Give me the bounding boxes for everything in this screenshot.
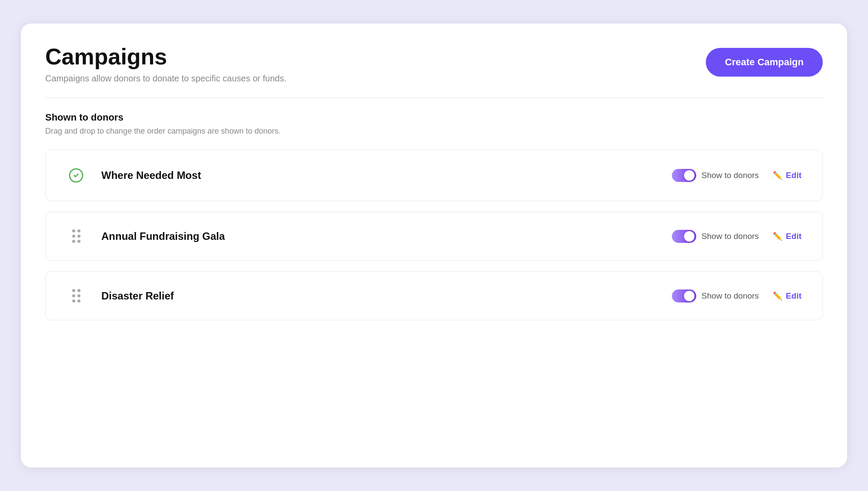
edit-button[interactable]: ✏️ Edit [773, 171, 801, 180]
campaign-actions: Show to donors ✏️ Edit [672, 230, 801, 243]
header: Campaigns Campaigns allow donors to dona… [45, 44, 823, 84]
section-subtitle: Drag and drop to change the order campai… [45, 127, 823, 136]
edit-icon: ✏️ [773, 232, 782, 241]
toggle-group: Show to donors [672, 289, 759, 303]
page-title: Campaigns [45, 44, 287, 69]
show-to-donors-toggle[interactable] [672, 169, 696, 182]
drag-dots [72, 289, 80, 303]
show-to-donors-label: Show to donors [701, 291, 759, 301]
page-container: Campaigns Campaigns allow donors to dona… [21, 24, 847, 467]
show-to-donors-label: Show to donors [701, 171, 759, 180]
edit-button[interactable]: ✏️ Edit [773, 232, 801, 241]
edit-icon: ✏️ [773, 291, 782, 301]
campaign-card: Disaster Relief Show to donors ✏️ Edit [45, 271, 823, 320]
show-to-donors-toggle[interactable] [672, 289, 696, 303]
drag-dots [72, 229, 80, 243]
edit-button[interactable]: ✏️ Edit [773, 291, 801, 301]
campaign-name: Annual Fundraising Gala [101, 230, 672, 242]
campaign-card: Annual Fundraising Gala Show to donors ✏… [45, 212, 823, 261]
edit-icon: ✏️ [773, 171, 782, 180]
section-title: Shown to donors [45, 112, 823, 123]
toggle-group: Show to donors [672, 230, 759, 243]
campaign-list: Where Needed Most Show to donors ✏️ Edit [45, 150, 823, 320]
show-to-donors-toggle[interactable] [672, 230, 696, 243]
campaign-name: Disaster Relief [101, 290, 672, 302]
header-left: Campaigns Campaigns allow donors to dona… [45, 44, 287, 84]
page-subtitle: Campaigns allow donors to donate to spec… [45, 74, 287, 84]
create-campaign-button[interactable]: Create Campaign [706, 48, 823, 77]
section-heading: Shown to donors Drag and drop to change … [45, 112, 823, 136]
edit-label: Edit [786, 171, 801, 180]
toggle-group: Show to donors [672, 169, 759, 182]
edit-label: Edit [786, 291, 801, 301]
drag-handle-icon[interactable] [67, 289, 86, 303]
section-divider [45, 98, 823, 98]
campaign-actions: Show to donors ✏️ Edit [672, 289, 801, 303]
drag-handle-icon[interactable] [67, 229, 86, 243]
check-icon [67, 168, 86, 183]
campaign-name: Where Needed Most [101, 169, 672, 182]
show-to-donors-label: Show to donors [701, 232, 759, 241]
edit-label: Edit [786, 232, 801, 241]
campaign-actions: Show to donors ✏️ Edit [672, 169, 801, 182]
campaign-card: Where Needed Most Show to donors ✏️ Edit [45, 150, 823, 201]
